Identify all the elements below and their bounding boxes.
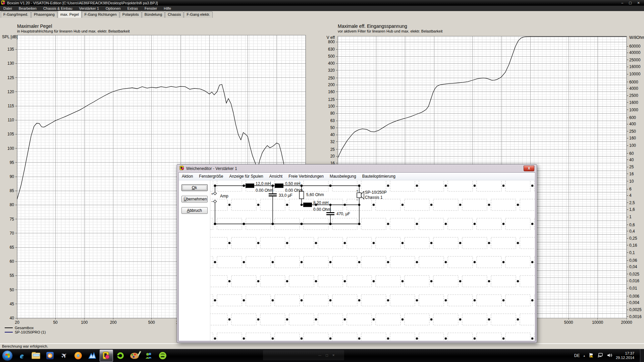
dialog-menu-bauteiloptimierung[interactable]: Bauteiloptimierung — [359, 173, 398, 179]
svg-text:8,20 mH: 8,20 mH — [313, 200, 328, 205]
taskbar-item-paint-app[interactable] — [128, 350, 141, 362]
start-button[interactable] — [2, 350, 13, 361]
svg-text:320: 320 — [328, 68, 335, 73]
svg-text:SPL [dB]: SPL [dB] — [2, 35, 18, 39]
menu-verstärker-1[interactable]: Verstärker 1 — [76, 6, 102, 11]
taskbar-item-boxsim[interactable] — [100, 350, 113, 362]
dialog-menu-freie-verbindungen[interactable]: Freie Verbindungen — [285, 173, 327, 179]
ok-button[interactable]: Ok — [181, 184, 208, 191]
close-icon: X — [528, 167, 530, 170]
dialog-menu-mausbelegung[interactable]: Mausbelegung — [327, 173, 359, 179]
svg-text:40: 40 — [330, 132, 335, 137]
tab-f-gang-imped[interactable]: F-Gang/Imped. — [1, 11, 31, 18]
menu-bearbeiten[interactable]: Bearbeiten — [15, 6, 40, 11]
taskbar-item-firefox[interactable] — [71, 350, 85, 362]
tab-chassis[interactable]: Chassis — [165, 11, 183, 18]
svg-text:33,0 µF: 33,0 µF — [279, 193, 292, 198]
abbruch-button[interactable]: Abbruch — [181, 207, 208, 214]
hidden-icons-button[interactable]: ▴ — [583, 354, 585, 357]
network-icon[interactable] — [597, 353, 603, 359]
dialog-button-panel: OkÜbernehmenAbbruch — [179, 180, 210, 341]
svg-text:W/8Ohm: W/8Ohm — [629, 35, 644, 40]
crossover-editor-canvas[interactable]: +−Amp12,0 mH0.00 Ohm0,50 mH0.00 Ohm33,0 … — [210, 180, 535, 341]
menu-fenster[interactable]: Fenster — [141, 6, 160, 11]
minimize-button[interactable]: – — [622, 1, 624, 5]
media-player-icon: ▶ — [46, 352, 54, 359]
svg-text:0,004: 0,004 — [629, 300, 639, 305]
dialog-menu-aktion[interactable]: Aktion — [179, 173, 196, 179]
svg-text:Gesamtbox: Gesamtbox — [15, 326, 34, 330]
window-titlebar[interactable]: Boxsim V1.20 - VISATON-Edition [C:\Users… — [0, 0, 644, 6]
menu-extras[interactable]: Extras — [124, 6, 141, 11]
tray-date: 29.12.2014 — [616, 356, 634, 360]
tab-f-gang-elektr[interactable]: F-Gang elektr. — [184, 11, 213, 18]
taskbar-item-messenger[interactable] — [142, 350, 155, 362]
menu-optionen[interactable]: Optionen — [102, 6, 124, 11]
dialog-menu-fenstergröße[interactable]: Fenstergröße — [196, 173, 226, 179]
clock[interactable]: 17:37 29.12.2014 — [616, 351, 634, 360]
svg-text:0.00 Ohm: 0.00 Ohm — [256, 188, 273, 193]
volume-icon[interactable] — [607, 353, 612, 359]
taskbar-item-spotify[interactable] — [156, 350, 169, 362]
svg-text:135: 135 — [7, 47, 14, 52]
menu-datei[interactable]: Datei — [0, 6, 15, 11]
dialog-close-button[interactable]: X — [524, 166, 534, 171]
svg-text:80: 80 — [10, 202, 14, 207]
svg-text:0,0016: 0,0016 — [629, 314, 642, 319]
svg-text:0,04: 0,04 — [629, 264, 637, 269]
svg-text:160: 160 — [629, 136, 636, 140]
svg-text:50: 50 — [53, 320, 58, 325]
show-desktop-button[interactable] — [640, 349, 644, 362]
svg-text:160: 160 — [328, 89, 335, 94]
svg-text:25: 25 — [629, 165, 634, 169]
tab-max-pegel[interactable]: max. Pegel — [58, 11, 82, 18]
svg-text:105: 105 — [7, 132, 14, 136]
dialog-menu-anzeige-für-spulen[interactable]: Anzeige für Spulen — [226, 173, 266, 179]
svg-text:0,016: 0,016 — [629, 279, 639, 283]
svg-text:50: 50 — [10, 288, 14, 292]
tab-phasengang[interactable]: Phasengang — [31, 11, 57, 18]
taskbar-item-internet-explorer[interactable]: e — [15, 350, 29, 362]
svg-text:95: 95 — [10, 160, 14, 165]
svg-text:1: 1 — [629, 215, 632, 219]
menu-hilfe[interactable]: Hilfe — [160, 6, 174, 11]
ghost-window-artifact: —▢✕ — [263, 350, 344, 360]
status-bar: Berechnung war erfolgreich. — [0, 343, 644, 349]
tab-f-gang-richtungen[interactable]: F-Gang Richtungen — [82, 11, 119, 18]
svg-text:0,06: 0,06 — [629, 258, 637, 263]
svg-text:Maximaler Pegel: Maximaler Pegel — [17, 23, 52, 29]
taskbar-item-file-explorer[interactable] — [29, 350, 43, 362]
taskbar-item-jet-app[interactable]: ✈ — [57, 350, 71, 362]
svg-text:V eff: V eff — [327, 35, 335, 40]
palette-icon — [130, 353, 139, 359]
svg-text:0,0025: 0,0025 — [629, 307, 642, 312]
svg-text:250: 250 — [328, 76, 335, 80]
svg-text:115: 115 — [8, 104, 14, 108]
maximize-button[interactable]: ▢ — [629, 1, 632, 5]
tab-polarplots[interactable]: Polarplots — [120, 11, 142, 18]
svg-text:1600: 1600 — [629, 100, 638, 105]
language-indicator[interactable]: DE — [574, 353, 580, 358]
firefox-icon — [74, 352, 82, 359]
svg-text:100: 100 — [328, 104, 335, 109]
übernehmen-button[interactable]: Übernehmen — [181, 196, 208, 202]
menu-chassis-einbau[interactable]: Chassis & Einbau — [40, 6, 76, 11]
svg-text:80: 80 — [330, 111, 335, 116]
svg-text:10000: 10000 — [592, 320, 603, 325]
action-center-flag-icon[interactable]: ! — [589, 353, 594, 359]
svg-text:16: 16 — [629, 172, 634, 176]
dialog-titlebar[interactable]: Weicheneditor - Verstärker 1 X — [177, 165, 537, 172]
dialog-menu-ansicht[interactable]: Ansicht — [266, 173, 285, 179]
svg-text:0,1: 0,1 — [629, 250, 635, 255]
messenger-people-icon — [145, 352, 153, 359]
svg-text:250: 250 — [629, 129, 636, 134]
svg-text:90: 90 — [10, 174, 14, 179]
taskbar-item-green-ring-app[interactable] — [114, 350, 127, 362]
close-button[interactable]: ✕ — [637, 1, 640, 5]
taskbar-item-media-player[interactable]: ▶ — [43, 350, 57, 362]
tab-bündelung[interactable]: Bündelung — [142, 11, 165, 18]
internet-explorer-icon: e — [20, 351, 24, 360]
taskbar-item-mountain-app[interactable] — [86, 350, 99, 362]
svg-text:85: 85 — [10, 188, 14, 193]
svg-text:800: 800 — [328, 40, 335, 44]
